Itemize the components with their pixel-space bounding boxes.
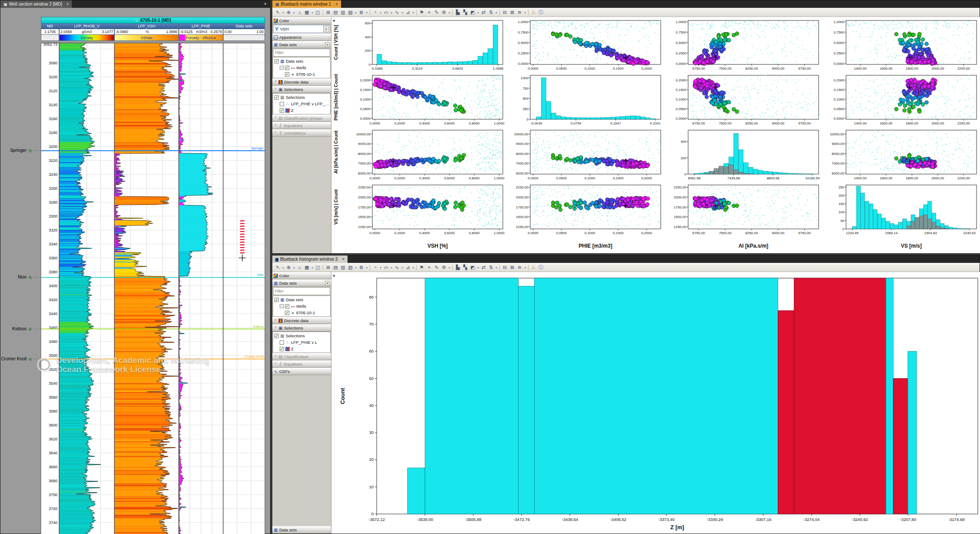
dropdown-arrow-icon[interactable]: ▾ (448, 266, 451, 269)
section-header-equations[interactable]: »ƒEquations (272, 360, 331, 368)
section-header-classification-groups[interactable]: »▧Classification groups (272, 114, 331, 122)
flip-axis-icon[interactable]: ⇅ (487, 9, 495, 16)
section-header-equations[interactable]: »ƒEquations (272, 122, 331, 129)
select-tool-icon[interactable]: ↖ (274, 9, 281, 16)
dropdown-arrow-icon[interactable]: ▾ (401, 11, 404, 14)
section-header-annotations[interactable]: »TAnnotations (272, 129, 331, 137)
track-name-1[interactable]: LFP_RHOB_V (59, 24, 114, 29)
dropdown-arrow-icon[interactable]: ▾ (325, 42, 330, 47)
pie-chart-icon[interactable]: ◔ (371, 9, 379, 16)
plot-frame[interactable] (688, 130, 819, 174)
dropdown-arrow-icon[interactable]: ▾ (354, 11, 358, 14)
dropdown-arrow-icon[interactable]: ▾ (311, 266, 314, 269)
diagonal-layout-icon[interactable]: ▧ (347, 9, 354, 16)
hatch-fill-icon[interactable]: ▚ (462, 264, 469, 271)
tree-item-lfp-phie-v-lfp-ai-v[interactable]: ∴LFP_PHIE v LFP_AI_V (273, 101, 330, 107)
dropdown-arrow-icon[interactable]: ▾ (379, 266, 382, 269)
checkbox[interactable]: ✓ (285, 72, 289, 77)
pie-chart-icon[interactable]: ◔ (371, 264, 379, 271)
reset-view-icon[interactable]: ⌂ (296, 264, 303, 271)
tree-item-z[interactable]: ✓Z (273, 107, 330, 114)
statistics-icon[interactable]: ▙ (454, 9, 462, 16)
track-bg-ds[interactable] (223, 43, 265, 534)
section-header-discrete-data[interactable]: »Discrete data (272, 317, 331, 324)
expander-icon[interactable]: − (280, 66, 284, 70)
row-layout-icon[interactable]: ▤ (332, 264, 339, 271)
swap-axes-icon[interactable]: ⇄ (480, 264, 487, 271)
filter-input[interactable] (273, 287, 330, 295)
color-property-dropdown[interactable]: VVSH▾ (273, 25, 330, 33)
tab-matrix-window[interactable]: ▦ Blueback matrix window 1 × (272, 0, 341, 8)
section-header-selections[interactable]: »▣Selections (272, 86, 331, 93)
statistics-icon[interactable]: ▙ (454, 264, 462, 271)
row-layout-icon[interactable]: ▤ (332, 9, 339, 16)
swap-axes-icon[interactable]: ⇄ (480, 9, 487, 16)
section-header-classification[interactable]: »▧Classification (272, 353, 331, 360)
close-panel-icon[interactable]: ⊠ (508, 264, 516, 271)
help-icon[interactable]: ⓘ (537, 264, 545, 271)
zoom-in-icon[interactable]: ⊕ (285, 9, 292, 16)
expander-icon[interactable]: − (280, 304, 284, 308)
split-view-icon[interactable]: ◫ (314, 264, 321, 271)
collapse-sidebar-icon[interactable]: ◄ (332, 19, 335, 23)
checkbox[interactable]: ✓ (274, 334, 279, 338)
shading-icon[interactable]: ◩ (469, 9, 476, 16)
regression-icon[interactable]: ⊿ (404, 264, 411, 271)
zoom-in-icon[interactable]: ⊕ (285, 264, 292, 271)
flag-icon[interactable]: ⚑ (418, 9, 425, 16)
smoothing-icon[interactable]: ≋ (516, 9, 523, 16)
collapse-all-icon[interactable]: ⊟ (501, 264, 508, 271)
crosshair-icon[interactable]: ⌖ (425, 9, 433, 16)
collapse-sidebar-icon[interactable]: ◄ (332, 274, 335, 278)
tree-item-6705-10-1[interactable]: ✓▲6705-10-1 (273, 71, 330, 77)
smoothing-icon[interactable]: ≋ (516, 264, 523, 271)
dropdown-arrow-icon[interactable]: ▾ (311, 11, 314, 14)
section-header-cdfs[interactable]: ∿CDFs (272, 368, 331, 375)
section-header-data-sets[interactable]: ▦Data sets (272, 526, 331, 534)
diagonal-layout-icon[interactable]: ▧ (347, 264, 354, 271)
curve-fit-icon[interactable]: ∿ (393, 264, 401, 271)
settings-icon[interactable]: ⚙ (440, 264, 448, 271)
crosshair-icon[interactable]: ⌖ (425, 264, 433, 271)
dropdown-arrow-icon[interactable]: ▾ (390, 266, 393, 269)
dropdown-arrow-icon[interactable]: ▾ (281, 11, 285, 14)
edit-icon[interactable]: ✎ (433, 264, 440, 271)
plot-frame[interactable] (372, 75, 503, 119)
close-panel-icon[interactable]: ⊠ (508, 9, 516, 16)
annotation-box-icon[interactable]: ▭ (382, 264, 390, 271)
flip-axis-icon[interactable]: ⇅ (487, 264, 495, 271)
add-panel-icon[interactable]: ⊞ (324, 9, 332, 16)
checkbox[interactable]: ✓ (280, 108, 284, 113)
section-header-color[interactable]: Color (272, 17, 331, 24)
settings-icon[interactable]: ⚙ (440, 9, 448, 16)
curve-fit-icon[interactable]: ∿ (393, 9, 401, 16)
tree-item-6705-10-1[interactable]: ✓▲6705-10-1 (273, 309, 330, 316)
dropdown-arrow-icon[interactable]: ▾ (495, 11, 498, 14)
dropdown-arrow-icon[interactable]: ▾ (495, 266, 498, 269)
dropdown-arrow-icon[interactable]: ▾ (292, 11, 296, 14)
dropdown-arrow-icon[interactable]: ▾ (448, 11, 451, 14)
legend-icon[interactable]: ≣ (358, 264, 365, 271)
dropdown-arrow-icon[interactable]: ▾ (365, 266, 368, 269)
dropdown-arrow-icon[interactable]: ▾ (379, 11, 382, 14)
flag-icon[interactable]: ⚑ (418, 264, 425, 271)
dropdown-arrow-icon[interactable]: ▾ (476, 11, 480, 14)
section-header-data-sets[interactable]: ▦Data sets▾ (272, 41, 331, 48)
section-header-discrete-data[interactable]: »Discrete data (272, 78, 331, 86)
checkbox[interactable] (280, 340, 284, 345)
checkbox[interactable]: ✓ (285, 304, 289, 309)
dropdown-arrow-icon[interactable]: ▾ (323, 26, 329, 32)
section-header-appearance[interactable]: Appearance (272, 34, 331, 41)
regression-icon[interactable]: ⊿ (404, 9, 411, 16)
annotation-box-icon[interactable]: ▭ (382, 9, 390, 16)
dropdown-arrow-icon[interactable]: ▾ (523, 266, 527, 269)
column-layout-icon[interactable]: ▥ (339, 264, 347, 271)
add-panel-icon[interactable]: ⊞ (324, 264, 332, 271)
show-grid-icon[interactable]: ▦ (303, 9, 311, 16)
reset-view-icon[interactable]: ⌂ (296, 9, 303, 16)
dropdown-arrow-icon[interactable]: ▾ (401, 266, 404, 269)
tab-histogram-window[interactable]: ▆ Blueback histogram window 3 × (272, 255, 348, 263)
dropdown-arrow-icon[interactable]: ▾ (411, 11, 415, 14)
checkbox[interactable] (280, 102, 284, 106)
section-header-selections[interactable]: »▣Selections (272, 324, 331, 332)
